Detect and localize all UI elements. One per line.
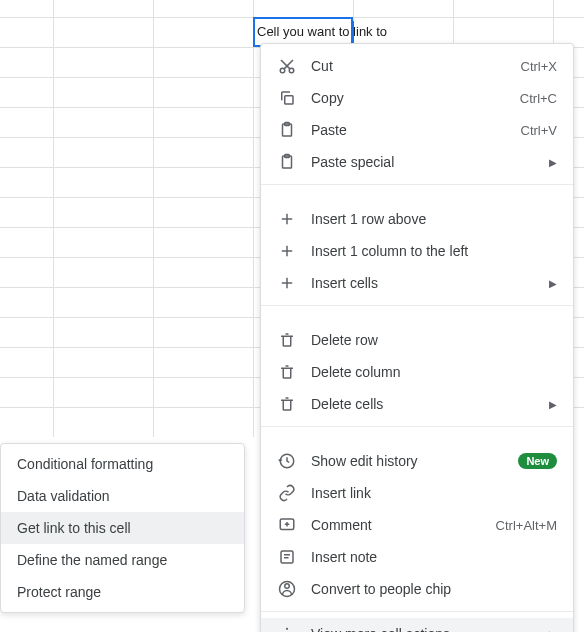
menu-insert-cells[interactable]: Insert cells ▶ — [261, 267, 573, 299]
menu-insert-link[interactable]: Insert link — [261, 477, 573, 509]
chevron-right-icon: ▶ — [549, 399, 557, 410]
note-icon — [277, 547, 297, 567]
menu-label: Cut — [311, 58, 521, 74]
menu-label: View more cell actions — [311, 626, 541, 632]
plus-icon — [277, 209, 297, 229]
menu-label: Paste — [311, 122, 521, 138]
menu-show-history[interactable]: Show edit history New — [261, 445, 573, 477]
link-icon — [277, 483, 297, 503]
more-vertical-icon — [277, 624, 297, 632]
menu-label: Convert to people chip — [311, 581, 557, 597]
menu-label: Insert note — [311, 549, 557, 565]
submenu-named-range[interactable]: Define the named range — [1, 544, 244, 576]
menu-label: Paste special — [311, 154, 541, 170]
comment-icon — [277, 515, 297, 535]
menu-shortcut: Ctrl+Alt+M — [496, 518, 557, 533]
menu-label: Delete column — [311, 364, 557, 380]
svg-point-21 — [285, 584, 290, 589]
svg-rect-4 — [285, 96, 293, 104]
menu-delete-row[interactable]: Delete row — [261, 324, 573, 356]
spacer — [261, 191, 573, 203]
menu-paste-special[interactable]: Paste special ▶ — [261, 146, 573, 178]
menu-comment[interactable]: Comment Ctrl+Alt+M — [261, 509, 573, 541]
submenu-item-label: Conditional formatting — [17, 456, 153, 472]
active-cell-value: Cell you want to link to — [257, 24, 387, 39]
trash-icon — [277, 362, 297, 382]
spacer — [261, 433, 573, 445]
spacer — [261, 312, 573, 324]
divider — [261, 426, 573, 427]
chevron-right-icon: ▶ — [549, 629, 557, 633]
chevron-right-icon: ▶ — [549, 278, 557, 289]
submenu-data-validation[interactable]: Data validation — [1, 480, 244, 512]
menu-label: Show edit history — [311, 453, 518, 469]
new-badge: New — [518, 453, 557, 469]
plus-icon — [277, 241, 297, 261]
menu-paste[interactable]: Paste Ctrl+V — [261, 114, 573, 146]
menu-insert-note[interactable]: Insert note — [261, 541, 573, 573]
menu-label: Insert cells — [311, 275, 541, 291]
menu-label: Comment — [311, 517, 496, 533]
menu-delete-cells[interactable]: Delete cells ▶ — [261, 388, 573, 420]
paste-icon — [277, 120, 297, 140]
divider — [261, 305, 573, 306]
menu-view-more[interactable]: View more cell actions ▶ — [261, 618, 573, 632]
menu-insert-column[interactable]: Insert 1 column to the left — [261, 235, 573, 267]
cell-context-menu: Cut Ctrl+X Copy Ctrl+C Paste Ctrl+V Past… — [260, 43, 574, 632]
menu-label: Delete row — [311, 332, 557, 348]
menu-copy[interactable]: Copy Ctrl+C — [261, 82, 573, 114]
copy-icon — [277, 88, 297, 108]
cut-icon — [277, 56, 297, 76]
menu-label: Insert 1 column to the left — [311, 243, 557, 259]
submenu-item-label: Protect range — [17, 584, 101, 600]
submenu-item-label: Define the named range — [17, 552, 167, 568]
svg-point-1 — [289, 68, 294, 73]
svg-point-23 — [286, 628, 288, 630]
menu-shortcut: Ctrl+C — [520, 91, 557, 106]
divider — [261, 611, 573, 612]
paste-icon — [277, 152, 297, 172]
menu-label: Insert 1 row above — [311, 211, 557, 227]
menu-insert-row[interactable]: Insert 1 row above — [261, 203, 573, 235]
menu-shortcut: Ctrl+V — [521, 123, 557, 138]
trash-icon — [277, 394, 297, 414]
submenu-item-label: Data validation — [17, 488, 110, 504]
submenu-conditional-formatting[interactable]: Conditional formatting — [1, 448, 244, 480]
person-icon — [277, 579, 297, 599]
plus-icon — [277, 273, 297, 293]
submenu-item-label: Get link to this cell — [17, 520, 131, 536]
menu-people-chip[interactable]: Convert to people chip — [261, 573, 573, 605]
divider — [261, 184, 573, 185]
menu-label: Copy — [311, 90, 520, 106]
chevron-right-icon: ▶ — [549, 157, 557, 168]
menu-label: Insert link — [311, 485, 557, 501]
menu-cut[interactable]: Cut Ctrl+X — [261, 50, 573, 82]
menu-delete-column[interactable]: Delete column — [261, 356, 573, 388]
submenu-get-link[interactable]: Get link to this cell — [1, 512, 244, 544]
svg-point-0 — [280, 68, 285, 73]
edit-cursor-icon — [352, 21, 354, 43]
view-more-submenu: Conditional formatting Data validation G… — [0, 443, 245, 613]
submenu-protect-range[interactable]: Protect range — [1, 576, 244, 608]
menu-shortcut: Ctrl+X — [521, 59, 557, 74]
trash-icon — [277, 330, 297, 350]
history-icon — [277, 451, 297, 471]
menu-label: Delete cells — [311, 396, 541, 412]
